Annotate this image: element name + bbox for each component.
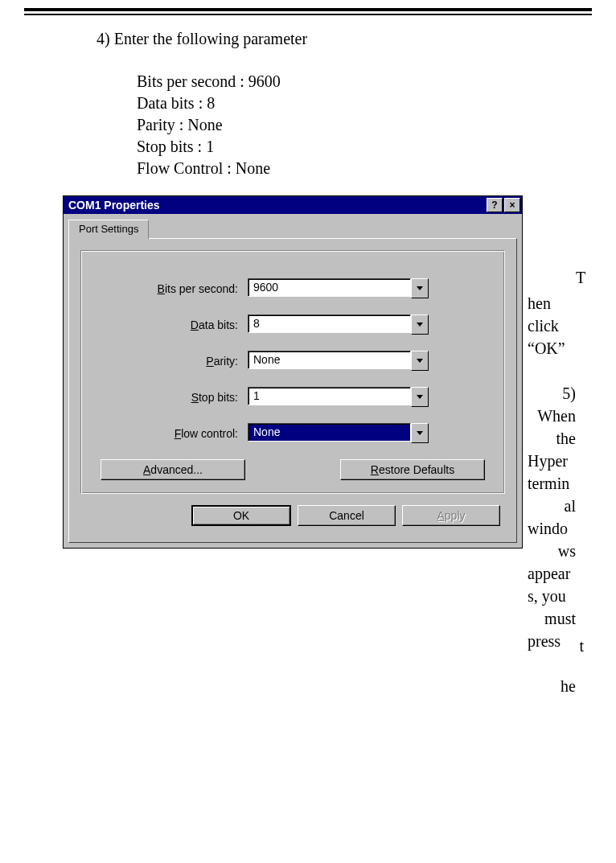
- restore-defaults-button[interactable]: Restore Defaults: [340, 459, 485, 480]
- stop-bits-label: Stop bits:: [97, 391, 248, 404]
- parameters-list: Bits per second : 9600 Data bits : 8 Par…: [137, 71, 616, 179]
- stop-bits-value[interactable]: 1: [248, 387, 411, 405]
- param-flow: Flow Control : None: [137, 158, 616, 179]
- bits-per-second-combo[interactable]: 9600: [248, 278, 429, 298]
- bits-per-second-label: Bits per second:: [97, 282, 248, 295]
- chevron-down-icon: [417, 431, 423, 435]
- step4-heading: 4) Enter the following parameter: [97, 30, 616, 48]
- chevron-down-icon: [417, 359, 423, 363]
- param-stopbits: Stop bits : 1: [137, 136, 616, 158]
- bits-per-second-dropdown[interactable]: [411, 278, 429, 298]
- param-bps: Bits per second : 9600: [137, 71, 616, 92]
- com1-properties-dialog: COM1 Properties ? × Port Settings Bits p…: [63, 195, 523, 549]
- flow-control-value[interactable]: None: [248, 423, 411, 442]
- parity-value[interactable]: None: [248, 351, 411, 369]
- far-right-column: T t: [576, 195, 584, 863]
- data-bits-combo[interactable]: 8: [248, 314, 429, 335]
- help-button[interactable]: ?: [487, 198, 503, 212]
- tab-port-settings[interactable]: Port Settings: [68, 220, 149, 239]
- chevron-down-icon: [417, 286, 423, 290]
- ok-button[interactable]: OK: [191, 505, 291, 526]
- wrapped-text-column: hen click “OK” 5) When the Hyper termin …: [528, 195, 576, 697]
- chevron-down-icon: [417, 395, 423, 399]
- cancel-button[interactable]: Cancel: [298, 505, 396, 526]
- param-parity: Parity : None: [137, 114, 616, 136]
- title-text: COM1 Properties: [68, 199, 485, 212]
- parity-combo[interactable]: None: [248, 351, 429, 371]
- apply-button[interactable]: Apply: [402, 505, 500, 526]
- top-rule: [24, 8, 592, 15]
- stop-bits-dropdown[interactable]: [411, 387, 429, 407]
- chevron-down-icon: [417, 323, 423, 327]
- parity-label: Parity:: [97, 355, 248, 368]
- close-button[interactable]: ×: [504, 198, 520, 212]
- data-bits-dropdown[interactable]: [411, 314, 429, 335]
- flow-control-combo[interactable]: None: [248, 423, 429, 443]
- parity-dropdown[interactable]: [411, 351, 429, 371]
- settings-groupbox: Bits per second: 9600 Data bits: 8: [80, 250, 505, 494]
- flow-control-dropdown[interactable]: [411, 423, 429, 443]
- data-bits-label: Data bits:: [97, 318, 248, 331]
- flow-control-label: Flow control:: [97, 427, 248, 440]
- tabstrip: Port Settings: [64, 214, 522, 238]
- data-bits-value[interactable]: 8: [248, 314, 411, 333]
- port-settings-panel: Bits per second: 9600 Data bits: 8: [68, 238, 517, 543]
- param-databits: Data bits : 8: [137, 92, 616, 114]
- bits-per-second-value[interactable]: 9600: [248, 278, 411, 297]
- stop-bits-combo[interactable]: 1: [248, 387, 429, 407]
- advanced-button[interactable]: Advanced...: [101, 459, 245, 480]
- titlebar[interactable]: COM1 Properties ? ×: [64, 196, 522, 214]
